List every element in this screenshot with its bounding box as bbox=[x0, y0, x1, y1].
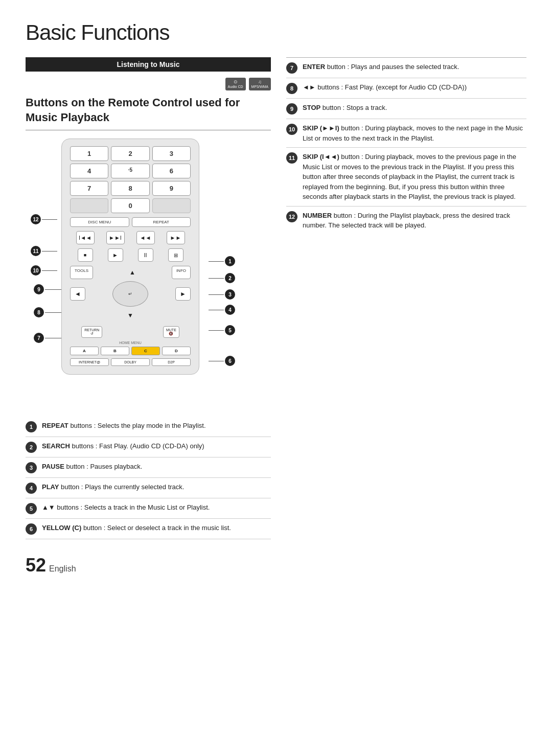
ann-circle-4: 4 bbox=[225, 305, 235, 315]
annotation-1: 1 bbox=[209, 256, 235, 266]
return-btn: RETURN↺ bbox=[81, 326, 102, 338]
entry-num-6: 6 bbox=[26, 523, 37, 535]
annotation-12: 12 bbox=[31, 214, 57, 224]
page-title: Basic Functions bbox=[26, 20, 526, 45]
entry-6: 6 YELLOW (C) button : Select or deselect… bbox=[26, 519, 271, 539]
entry-9: 9 STOP button : Stops a track. bbox=[286, 99, 526, 119]
entry-5: 5 ▲▼ buttons : Selects a track in the Mu… bbox=[26, 498, 271, 519]
bottom-row: RETURN↺ MUTE🔇 bbox=[70, 326, 191, 338]
page-lang: English bbox=[49, 564, 76, 574]
entry-num-10: 10 bbox=[286, 124, 297, 135]
entry-text-3: PAUSE button : Pauses playback. bbox=[42, 462, 271, 472]
ann-circle-1: 1 bbox=[225, 256, 235, 266]
internet-btn: INTERNET@ bbox=[70, 358, 109, 366]
annotation-8: 8 bbox=[34, 307, 63, 317]
grid-btn: ⊞ bbox=[168, 248, 183, 262]
enter-btn: ↵ bbox=[112, 281, 148, 307]
pause-btn: II bbox=[138, 248, 153, 262]
annotation-10: 10 bbox=[31, 265, 57, 276]
internet-row: INTERNET@ DOLBY D2P bbox=[70, 358, 191, 366]
ff-btn: ►► bbox=[167, 231, 185, 244]
annotation-5: 5 bbox=[209, 325, 235, 335]
abc-row: A B C D bbox=[70, 347, 191, 355]
entry-4: 4 PLAY button : Plays the currently sele… bbox=[26, 478, 271, 498]
play-btn: ► bbox=[108, 248, 123, 262]
ann-circle-9: 9 bbox=[34, 284, 44, 294]
annotation-2: 2 bbox=[209, 273, 235, 283]
left-column: Listening to Music ⊙ Audio CD ♫ MP3/WMA … bbox=[26, 57, 271, 539]
b-btn: B bbox=[101, 347, 129, 355]
num-empty1 bbox=[70, 198, 108, 213]
home-menu-label: HOME MENU bbox=[70, 341, 191, 345]
section-subtitle: Buttons on the Remote Control used for M… bbox=[26, 96, 271, 130]
entry-num-11: 11 bbox=[286, 152, 297, 164]
nav-down-arrow: ▼ bbox=[123, 309, 138, 322]
bottom-entries: 1 REPEAT buttons : Selects the play mode… bbox=[26, 417, 271, 539]
page-number: 52 bbox=[26, 555, 46, 576]
entry-text-2: SEARCH buttons : Fast Play. (Audio CD (C… bbox=[42, 441, 271, 451]
num-1: 1 bbox=[70, 146, 108, 161]
remote-body: 1 2 3 4 ·5 6 7 8 9 0 DISC MENU REPEAT bbox=[61, 139, 199, 375]
ann-circle-8: 8 bbox=[34, 307, 44, 317]
stop-btn: ■ bbox=[78, 248, 93, 262]
ann-circle-6: 6 bbox=[225, 356, 235, 366]
ann-circle-3: 3 bbox=[225, 289, 235, 300]
func-row: DISC MENU REPEAT bbox=[70, 217, 191, 227]
entry-text-8: ◄► buttons : Fast Play. (except for Audi… bbox=[303, 82, 526, 93]
playback-row: ■ ► II ⊞ bbox=[70, 248, 191, 262]
ann-circle-12: 12 bbox=[31, 214, 41, 224]
entry-8: 8 ◄► buttons : Fast Play. (except for Au… bbox=[286, 78, 526, 99]
transport-row: I◄◄ ►►I ◄◄ ►► bbox=[70, 231, 191, 244]
entry-11: 11 SKIP (I◄◄) button : During playback, … bbox=[286, 148, 526, 207]
num-4: 4 bbox=[70, 164, 108, 178]
num-empty2 bbox=[152, 198, 191, 213]
entry-num-2: 2 bbox=[26, 442, 37, 453]
d-btn: D bbox=[162, 347, 191, 355]
ann-circle-7: 7 bbox=[34, 333, 44, 343]
ann-circle-2: 2 bbox=[225, 273, 235, 283]
nav-center-row: ◄ ↵ ► bbox=[70, 281, 191, 307]
annotation-9: 9 bbox=[34, 284, 63, 294]
entry-num-1: 1 bbox=[26, 421, 37, 432]
num-2: 2 bbox=[111, 146, 149, 161]
disc-menu-btn: DISC MENU bbox=[70, 217, 129, 227]
nav-top-row: TOOLS ▲ INFO bbox=[70, 266, 191, 279]
num-5: ·5 bbox=[111, 164, 149, 178]
rew-btn: ◄◄ bbox=[136, 231, 155, 244]
entry-12: 12 NUMBER button : During the Playlist p… bbox=[286, 207, 526, 235]
a-btn: A bbox=[70, 347, 99, 355]
skip-back-btn: I◄◄ bbox=[76, 231, 95, 244]
tools-btn: TOOLS bbox=[70, 266, 93, 279]
entry-3: 3 PAUSE button : Pauses playback. bbox=[26, 457, 271, 478]
c-btn: C bbox=[131, 347, 160, 355]
annotation-7: 7 bbox=[34, 333, 63, 343]
entry-num-5: 5 bbox=[26, 503, 37, 514]
entry-text-1: REPEAT buttons : Selects the play mode i… bbox=[42, 421, 271, 431]
num-0: 0 bbox=[111, 198, 149, 213]
num-8: 8 bbox=[111, 181, 149, 196]
nav-down-row: ▼ bbox=[70, 309, 191, 322]
entry-2: 2 SEARCH buttons : Fast Play. (Audio CD … bbox=[26, 437, 271, 457]
entry-10: 10 SKIP (►►I) button : During playback, … bbox=[286, 119, 526, 148]
num-3: 3 bbox=[152, 146, 191, 161]
entry-num-4: 4 bbox=[26, 483, 37, 494]
ann-circle-5: 5 bbox=[225, 325, 235, 335]
info-btn: INFO bbox=[172, 266, 191, 279]
nav-up-arrow: ▲ bbox=[125, 266, 140, 279]
entry-num-9: 9 bbox=[286, 103, 297, 114]
d2p-btn: D2P bbox=[152, 358, 191, 366]
dolby-btn: DOLBY bbox=[111, 358, 150, 366]
entry-7: 7 ENTER button : Plays and pauses the se… bbox=[286, 58, 526, 78]
entry-text-4: PLAY button : Plays the currently select… bbox=[42, 482, 271, 492]
entry-text-11: SKIP (I◄◄) button : During playback, mov… bbox=[303, 152, 526, 202]
skip-fwd-btn: ►►I bbox=[106, 231, 125, 244]
nav-right-arrow: ► bbox=[175, 287, 191, 301]
num-6: 6 bbox=[152, 164, 191, 178]
entry-text-10: SKIP (►►I) button : During playback, mov… bbox=[303, 123, 526, 143]
annotation-6: 6 bbox=[209, 356, 235, 366]
entry-text-5: ▲▼ buttons : Selects a track in the Musi… bbox=[42, 502, 271, 513]
annotation-3: 3 bbox=[209, 289, 235, 300]
num-7: 7 bbox=[70, 181, 108, 196]
nav-left-arrow: ◄ bbox=[70, 287, 85, 301]
right-column: 7 ENTER button : Plays and pauses the se… bbox=[286, 57, 526, 539]
